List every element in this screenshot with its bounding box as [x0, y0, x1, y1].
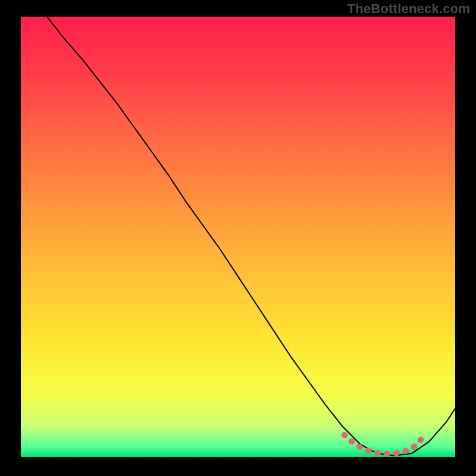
- chart-svg: [21, 17, 455, 457]
- gradient-background: [21, 17, 455, 457]
- plot-area: [21, 17, 455, 457]
- watermark-label: TheBottleneck.com: [347, 1, 470, 17]
- chart-frame: TheBottleneck.com: [0, 0, 476, 476]
